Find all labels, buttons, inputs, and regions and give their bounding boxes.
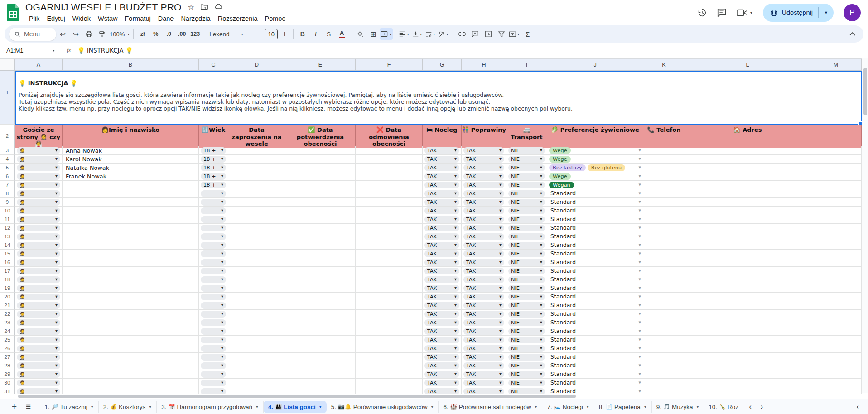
nocleg-dropdown[interactable]: TAK▼: [424, 285, 459, 292]
cell-k4[interactable]: [643, 155, 685, 164]
cell-a15-guest-side[interactable]: 🤵▼: [15, 250, 63, 258]
cell-f25[interactable]: [356, 336, 423, 344]
cell-g18-nocleg[interactable]: TAK▼: [423, 275, 462, 284]
cell-h5-poprawiny[interactable]: TAK▼: [462, 164, 506, 172]
transport-dropdown[interactable]: NIE▼: [508, 233, 545, 240]
cell-g22-nocleg[interactable]: TAK▼: [423, 310, 462, 318]
horizontal-scrollbar[interactable]: [0, 394, 868, 399]
version-history-icon[interactable]: [697, 8, 707, 18]
cell-k3[interactable]: [643, 146, 685, 155]
cell-c12-age[interactable]: ▼: [199, 224, 228, 232]
header-cell-d[interactable]: Data zaproszenia na wesele: [228, 125, 285, 148]
transport-dropdown[interactable]: NIE▼: [508, 285, 545, 292]
cell-b6-name[interactable]: Franek Nowak: [63, 172, 199, 181]
collapse-toolbar-button[interactable]: [846, 28, 859, 40]
cell-m15[interactable]: [810, 250, 862, 258]
cell-h3-poprawiny[interactable]: TAK▼: [462, 146, 506, 155]
row-header-13[interactable]: 13: [0, 232, 15, 241]
insert-comment-button[interactable]: [468, 28, 482, 40]
cell-i3-transport[interactable]: NIE▼: [506, 146, 547, 155]
cell-f20[interactable]: [356, 293, 423, 301]
vertical-scrollbar-thumb[interactable]: [863, 68, 867, 115]
cell-e14[interactable]: [285, 241, 356, 250]
cell-e29[interactable]: [285, 370, 356, 379]
cell-h12-poprawiny[interactable]: TAK▼: [462, 224, 506, 232]
cell-m8[interactable]: [810, 189, 862, 198]
cell-j19-preferencje[interactable]: Standard▼: [547, 284, 643, 293]
create-filter-button[interactable]: [495, 28, 508, 40]
cell-d14[interactable]: [228, 241, 285, 250]
cell-l19[interactable]: [685, 284, 810, 293]
tab-papeteria[interactable]: 8. 📄Papeteria▼: [594, 401, 652, 413]
cell-c16-age[interactable]: ▼: [199, 258, 228, 267]
cell-c7-age[interactable]: 18 +▼: [199, 181, 228, 189]
cell-c28-age[interactable]: ▼: [199, 361, 228, 370]
nocleg-dropdown[interactable]: TAK▼: [424, 294, 459, 300]
guest-side-dropdown[interactable]: 🤵▼: [17, 276, 60, 283]
cell-i8-transport[interactable]: NIE▼: [506, 189, 547, 198]
cell-a28-guest-side[interactable]: 🤵▼: [15, 361, 63, 370]
tab-kosztorys[interactable]: 2. 💰Kosztorys▼: [99, 401, 157, 413]
cell-c11-age[interactable]: ▼: [199, 215, 228, 224]
nocleg-dropdown[interactable]: TAK▼: [424, 268, 459, 274]
cell-j25-preferencje[interactable]: Standard▼: [547, 336, 643, 344]
cell-a3-guest-side[interactable]: 🤵▼: [15, 146, 63, 155]
cell-i22-transport[interactable]: NIE▼: [506, 310, 547, 318]
cell-m13[interactable]: [810, 232, 862, 241]
cell-k10[interactable]: [643, 207, 685, 215]
row-header-4[interactable]: 4: [0, 155, 15, 164]
age-dropdown[interactable]: ▼: [201, 190, 226, 197]
cell-k16[interactable]: [643, 258, 685, 267]
cell-l26[interactable]: [685, 344, 810, 353]
cell-e3[interactable]: [285, 146, 356, 155]
cell-k26[interactable]: [643, 344, 685, 353]
cell-c18-age[interactable]: ▼: [199, 275, 228, 284]
nocleg-dropdown[interactable]: TAK▼: [424, 259, 459, 266]
menu-pomoc[interactable]: Pomoc: [261, 14, 289, 23]
cell-h4-poprawiny[interactable]: TAK▼: [462, 155, 506, 164]
cell-k18[interactable]: [643, 275, 685, 284]
transport-dropdown[interactable]: NIE▼: [508, 225, 545, 231]
cell-i6-transport[interactable]: NIE▼: [506, 172, 547, 181]
cell-i25-transport[interactable]: NIE▼: [506, 336, 547, 344]
cell-c17-age[interactable]: ▼: [199, 267, 228, 275]
cell-a17-guest-side[interactable]: 🤵▼: [15, 267, 63, 275]
transport-dropdown[interactable]: NIE▼: [508, 294, 545, 300]
cell-j8-preferencje[interactable]: Standard▼: [547, 189, 643, 198]
formula-input[interactable]: 💡 INSTRUKCJA 💡: [77, 47, 133, 54]
guest-side-dropdown[interactable]: 🤵▼: [17, 285, 60, 292]
guest-side-dropdown[interactable]: 🤵▼: [17, 190, 60, 197]
cell-f8[interactable]: [356, 189, 423, 198]
increase-font-size-button[interactable]: +: [278, 28, 291, 40]
tab-noclegi[interactable]: 7. 🛌Noclegi▼: [542, 401, 594, 413]
pref-chip-bez-laktozy[interactable]: Bez laktozy: [549, 164, 586, 171]
guest-side-dropdown[interactable]: 🤵▼: [17, 259, 60, 266]
cell-b7-name[interactable]: [63, 181, 199, 189]
cell-m27[interactable]: [810, 353, 862, 361]
column-header-f[interactable]: F: [356, 59, 423, 71]
cell-c29-age[interactable]: ▼: [199, 370, 228, 379]
cell-h22-poprawiny[interactable]: TAK▼: [462, 310, 506, 318]
poprawiny-dropdown[interactable]: TAK▼: [463, 285, 504, 292]
cell-h18-poprawiny[interactable]: TAK▼: [462, 275, 506, 284]
cell-k17[interactable]: [643, 267, 685, 275]
row-header-14[interactable]: 14: [0, 241, 15, 250]
cell-h17-poprawiny[interactable]: TAK▼: [462, 267, 506, 275]
guest-side-dropdown[interactable]: 🤵▼: [17, 311, 60, 318]
cell-j9-preferencje[interactable]: Standard▼: [547, 198, 643, 207]
cell-j27-preferencje[interactable]: Standard▼: [547, 353, 643, 361]
cell-i7-transport[interactable]: NIE▼: [506, 181, 547, 189]
nocleg-dropdown[interactable]: TAK▼: [424, 380, 459, 386]
cell-a20-guest-side[interactable]: 🤵▼: [15, 293, 63, 301]
cell-h16-poprawiny[interactable]: TAK▼: [462, 258, 506, 267]
cell-l5[interactable]: [685, 164, 810, 172]
cell-i15-transport[interactable]: NIE▼: [506, 250, 547, 258]
comments-icon[interactable]: [717, 8, 727, 18]
cell-i16-transport[interactable]: NIE▼: [506, 258, 547, 267]
cell-e13[interactable]: [285, 232, 356, 241]
cell-g23-nocleg[interactable]: TAK▼: [423, 318, 462, 327]
transport-dropdown[interactable]: NIE▼: [508, 216, 545, 223]
cell-c4-age[interactable]: 18 +▼: [199, 155, 228, 164]
tab-porównanie-usługodawców[interactable]: 5. 📷🔔Porównanie usługodawców▼: [327, 401, 439, 413]
cell-j7-preferencje[interactable]: Wegan▼: [547, 181, 643, 189]
